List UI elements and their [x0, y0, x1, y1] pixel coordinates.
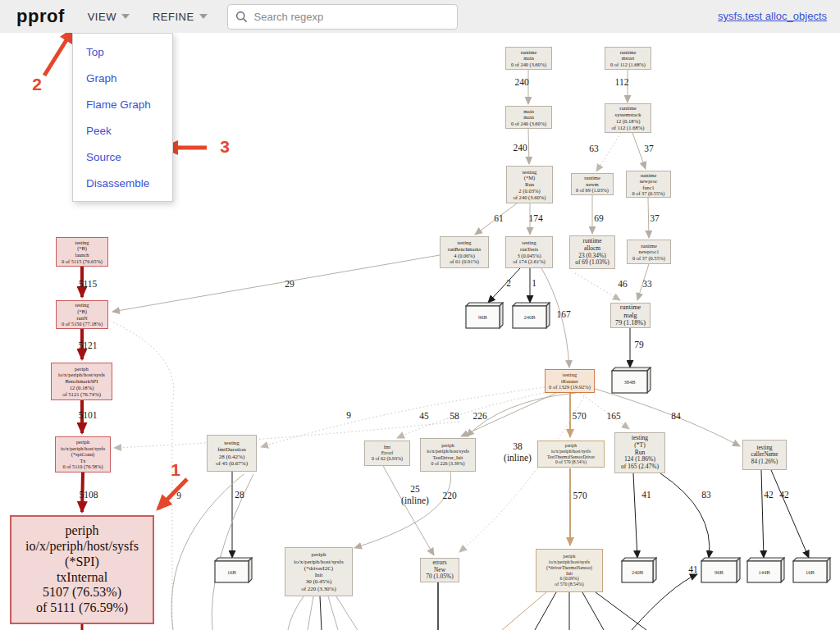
- graph-node-runtime-mstart[interactable]: runtimemstart0 of 112 (1.68%): [605, 47, 651, 70]
- graph-node-record-16b[interactable]: 16B: [215, 558, 252, 582]
- graph-node-record-96b[interactable]: 96B: [701, 558, 740, 582]
- graph-node-periph-spiconn-tx[interactable]: periphio/x/periph/host/sysfs(*spiConn)Tx…: [55, 436, 111, 472]
- graph-edge: [660, 473, 710, 558]
- graph-edge: [596, 592, 646, 630]
- svg-text:144B: 144B: [758, 569, 770, 575]
- graph-node-periph-testthermalsensordriver[interactable]: periphio/x/periph/host/sysfsTestThermalS…: [537, 441, 605, 468]
- graph-edge: [328, 596, 338, 630]
- graph-node-testing-b-runn[interactable]: testing(*B)runN0 of 5150 (77.18%): [56, 300, 108, 329]
- graph-edge: [488, 268, 520, 303]
- graph-node-testing-callername[interactable]: testingcallerName84 (1.26%): [742, 440, 787, 470]
- view-menu-button[interactable]: VIEW: [88, 11, 130, 23]
- graph-node-periph-benchmarkspi[interactable]: periphio/x/periph/host/sysfsBenchmarkSPI…: [51, 363, 112, 400]
- graph-node-record-240b[interactable]: 240B: [622, 558, 656, 582]
- graph-node-runtime-systemstack[interactable]: runtimesystemstack12 (0.18%)of 112 (1.68…: [605, 103, 651, 133]
- graph-edge: [475, 203, 517, 235]
- graph-node-periph-testdriver-init[interactable]: periphio/x/periph/host/sysfsTestDriver_I…: [420, 438, 476, 472]
- graph-node-periph-spi-txinternal[interactable]: periphio/x/periph/host/sysfs(*SPI)txInte…: [10, 515, 154, 624]
- toolbar: pprof VIEW REFINE: [0, 0, 840, 33]
- graph-node-record-16b[interactable]: 16B: [793, 558, 830, 582]
- graph-edge: [383, 466, 434, 555]
- chevron-down-icon: [121, 14, 130, 19]
- svg-text:16B: 16B: [806, 569, 815, 575]
- graph-node-record-384b[interactable]: 384B: [612, 368, 651, 393]
- menu-item-flame-graph[interactable]: Flame Graph: [73, 91, 172, 117]
- graph-edge: [761, 470, 764, 558]
- graph-edge: [467, 393, 576, 436]
- graph-edge: [596, 133, 621, 171]
- refine-menu-label: REFINE: [153, 11, 194, 23]
- graph-edge: [580, 393, 629, 429]
- svg-text:96B: 96B: [478, 314, 488, 320]
- graph-node-testing-trunner[interactable]: testingtRunner0 of 1329 (19.92%): [545, 369, 595, 393]
- graph-edge: [502, 592, 546, 630]
- graph-node-errors-new[interactable]: errorsNew70 (1.05%): [420, 558, 459, 582]
- graph-edge: [459, 394, 586, 552]
- menu-item-disassemble[interactable]: Disassemble: [73, 170, 172, 196]
- graph-node-runtime-newproc-func1[interactable]: runtimenewprocfunc10 of 37 (0.55%): [626, 171, 671, 198]
- menu-item-peek[interactable]: Peek: [73, 117, 172, 144]
- profile-link[interactable]: sysfs.test alloc_objects: [718, 10, 827, 22]
- svg-text:240B: 240B: [632, 569, 644, 575]
- graph-node-runtime-malg[interactable]: runtimemalg79 (1.18%): [610, 303, 651, 328]
- svg-text:240B: 240B: [523, 314, 536, 320]
- svg-text:16B: 16B: [227, 569, 237, 575]
- graph-edge: [461, 393, 556, 436]
- graph-node-testing-t-run[interactable]: testing(*T)Run124 (1.86%)of 165 (2.47%): [614, 432, 665, 473]
- graph-node-record-96b[interactable]: 96B: [466, 303, 503, 328]
- graph-node-runtime-newm[interactable]: runtimenewm0 of 69 (1.03%): [571, 173, 614, 195]
- graph-edge: [771, 470, 809, 558]
- graph-node-testing-b-launch[interactable]: testing(*B)launch0 of 5115 (76.65%): [56, 237, 108, 267]
- menu-item-graph[interactable]: Graph: [73, 65, 172, 91]
- graph-node-testing-runbenchmarks[interactable]: testingrunBenchmarks4 (0.06%)of 61 (0.91…: [440, 236, 489, 268]
- graph-node-runtime-newproc1[interactable]: runtimenewproc10 of 37 (0.55%): [627, 240, 671, 264]
- svg-text:384B: 384B: [623, 379, 636, 385]
- graph-node-runtime-main[interactable]: runtimemain0 of 240 (3.60%): [505, 47, 552, 70]
- graph-edge: [261, 387, 545, 447]
- menu-item-source[interactable]: Source: [73, 144, 172, 170]
- graph-edge: [113, 322, 174, 399]
- menu-item-top[interactable]: Top: [73, 39, 172, 65]
- graph-node-fmt-errorf[interactable]: fmtErrorf0 of 62 (0.93%): [364, 441, 410, 466]
- graph-node-record-144b[interactable]: 144B: [747, 558, 784, 582]
- graph-edge: [288, 596, 304, 630]
- graph-edge: [633, 473, 637, 558]
- graph-edge: [171, 474, 244, 630]
- graph-edge: [354, 472, 451, 548]
- graph-edge: [112, 255, 440, 312]
- view-menu-label: VIEW: [88, 11, 116, 23]
- graph-edge: [82, 472, 83, 512]
- graph-edge: [575, 273, 620, 300]
- chevron-down-icon: [199, 14, 208, 19]
- graph-node-record-240b[interactable]: 240B: [513, 303, 550, 328]
- graph-edge: [320, 596, 322, 630]
- graph-edge: [336, 596, 358, 630]
- graph-node-periph-driveri2c-init[interactable]: periphio/x/periph/host/sysfs(*driverI2C)…: [285, 547, 353, 596]
- app-logo: pprof: [16, 6, 65, 27]
- refine-menu-button[interactable]: REFINE: [153, 11, 208, 23]
- graph-node-testing-runtests[interactable]: testingrunTests3 (0.045%)of 174 (2.61%): [505, 236, 553, 268]
- graph-node-runtime-allocm[interactable]: runtimeallocm23 (0.34%)of 69 (1.03%): [569, 235, 615, 269]
- graph-node-testing-fmtduration[interactable]: testingfmtDuration28 (0.42%)of 45 (0.67%…: [207, 435, 257, 472]
- graph-edge: [535, 592, 556, 630]
- graph-edge: [648, 198, 649, 238]
- search-input[interactable]: [254, 11, 450, 23]
- graph-edge: [582, 592, 604, 630]
- search-icon: [235, 11, 248, 23]
- search-box[interactable]: [227, 4, 458, 30]
- graph-edge: [637, 264, 649, 300]
- graph-edge: [632, 133, 646, 169]
- graph-node-main-main[interactable]: mainmain0 of 240 (3.60%): [505, 106, 552, 129]
- graph-edge: [528, 129, 529, 164]
- graph-node-testing-m-run[interactable]: testing(*M)Run2 (0.03%)of 240 (3.60%): [506, 166, 553, 203]
- graph-node-periph-driverthermalsensor-init[interactable]: periphio/x/periph/host/sysfs(*driverTher…: [536, 549, 603, 592]
- svg-text:96B: 96B: [714, 569, 724, 575]
- view-menu-dropdown: TopGraphFlame GraphPeekSourceDisassemble: [72, 33, 173, 202]
- graph-edge: [308, 596, 313, 630]
